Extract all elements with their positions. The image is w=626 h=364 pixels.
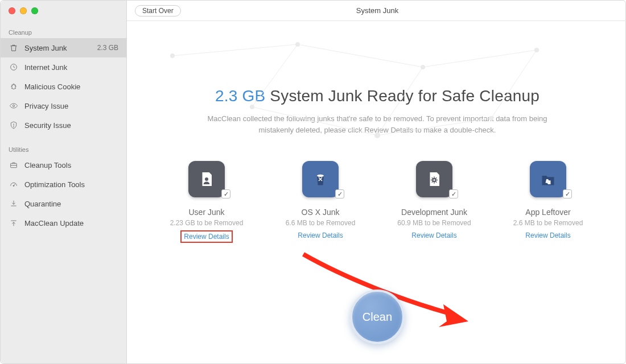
svg-point-31 [434,179,435,181]
card-title: App Leftover [497,208,599,217]
zoom-window-button[interactable] [31,7,38,14]
clock-icon [9,62,19,72]
headline: 2.3 GB System Junk Ready for Safe Cleanu… [150,87,605,105]
card-subtitle: 2.23 GB to be Removed [155,219,258,227]
card-osx-junk: ✓ OS X Junk 6.6 MB to be Removed Review … [269,161,372,243]
sidebar-item-badge: 2.3 GB [97,44,118,52]
download-icon [9,198,19,209]
bug-icon [9,81,19,92]
review-details-link[interactable]: Review Details [409,230,459,241]
card-checkbox[interactable]: ✓ [449,189,458,198]
svg-point-18 [250,105,254,109]
page-title: System Junk [127,6,626,15]
svg-line-13 [491,50,537,118]
window-controls [9,7,38,14]
sidebar-item-quarantine[interactable]: Quarantine [1,194,126,213]
minimize-window-button[interactable] [20,7,27,14]
card-title: User Junk [155,208,258,217]
svg-point-3 [14,127,14,127]
svg-point-16 [421,65,425,69]
svg-point-5 [13,185,14,187]
subhead: MacClean collected the following junks t… [195,113,559,136]
card-title: Development Junk [383,208,485,217]
shield-icon [9,120,19,130]
clean-button-label: Clean [363,311,392,324]
review-details-link[interactable]: Review Details [295,230,345,241]
close-window-button[interactable] [9,7,15,14]
sidebar-item-label: Optimization Tools [24,180,85,189]
trash-icon [9,43,19,53]
sidebar-item-label: Quarantine [24,200,61,208]
sidebar-item-label: Security Issue [24,121,71,130]
sidebar-item-malicious-cookie[interactable]: Malicious Cookie [1,77,126,96]
sidebar-item-privacy-issue[interactable]: Privacy Issue [1,96,126,115]
sidebar-item-label: Malicious Cookie [24,82,80,91]
card-checkbox[interactable]: ✓ [221,189,230,198]
sidebar-item-optimization-tools[interactable]: Optimization Tools [1,175,126,194]
svg-point-14 [170,53,175,58]
eye-icon [9,101,19,111]
main-pane: Start Over System Junk 2.3 GB System Jun… [127,1,626,363]
sidebar-item-label: System Junk [24,44,67,52]
headline-size: 2.3 GB [215,87,265,105]
sidebar-item-internet-junk[interactable]: Internet Junk [1,57,126,77]
toolbar: Start Over System Junk [127,1,626,21]
sidebar-item-macclean-update[interactable]: MacClean Update [1,213,126,233]
start-over-button[interactable]: Start Over [135,5,181,16]
svg-point-17 [534,48,539,52]
sidebar: Cleanup System Junk 2.3 GB Internet Junk… [1,1,127,363]
review-details-link[interactable]: Review Details [523,230,573,241]
sidebar-item-label: Internet Junk [24,63,67,72]
clean-button[interactable]: Clean [350,289,405,344]
svg-marker-32 [439,304,468,327]
card-user-junk: ✓ User Junk 2.23 GB to be Removed Review… [155,161,258,243]
content-area: 2.3 GB System Junk Ready for Safe Cleanu… [127,21,626,363]
card-subtitle: 6.6 MB to be Removed [269,219,372,227]
gear-doc-icon: ✓ [416,161,452,197]
card-title: OS X Junk [269,208,372,217]
svg-line-6 [172,44,298,56]
svg-point-21 [317,175,324,177]
sidebar-section-cleanup: Cleanup [1,26,126,38]
sidebar-item-label: Privacy Issue [24,102,68,110]
svg-line-7 [298,44,423,67]
card-subtitle: 2.6 MB to be Removed [497,219,599,227]
category-cards: ✓ User Junk 2.23 GB to be Removed Review… [155,161,599,243]
card-checkbox[interactable]: ✓ [563,189,572,198]
sidebar-item-label: Cleanup Tools [24,161,71,169]
review-details-link[interactable]: Review Details [180,230,232,243]
folder-app-icon: ✓ [530,161,566,197]
card-subtitle: 60.9 MB to be Removed [383,219,485,227]
sidebar-item-cleanup-tools[interactable]: Cleanup Tools [1,155,126,175]
sidebar-item-security-issue[interactable]: Security Issue [1,115,126,135]
sidebar-item-system-junk[interactable]: System Junk 2.3 GB [1,38,126,57]
card-app-leftover: ✓ App Leftover 2.6 MB to be Removed Revi… [497,161,599,243]
card-checkbox[interactable]: ✓ [335,189,344,198]
svg-point-1 [12,85,16,89]
sidebar-section-utilities: Utilities [1,143,126,155]
sidebar-item-label: MacClean Update [24,219,84,228]
headline-rest: System Junk Ready for Safe Cleanup [265,87,539,105]
user-doc-icon: ✓ [188,161,225,197]
gauge-icon [9,179,19,189]
upload-icon [9,218,19,228]
card-development-junk: ✓ Development Junk 60.9 MB to be Removed… [383,161,485,243]
svg-point-2 [13,105,14,106]
svg-point-15 [295,42,300,47]
app-window: Cleanup System Junk 2.3 GB Internet Junk… [0,0,626,364]
svg-line-8 [423,50,537,67]
trash-round-icon: ✓ [302,161,339,197]
briefcase-icon [9,160,19,170]
